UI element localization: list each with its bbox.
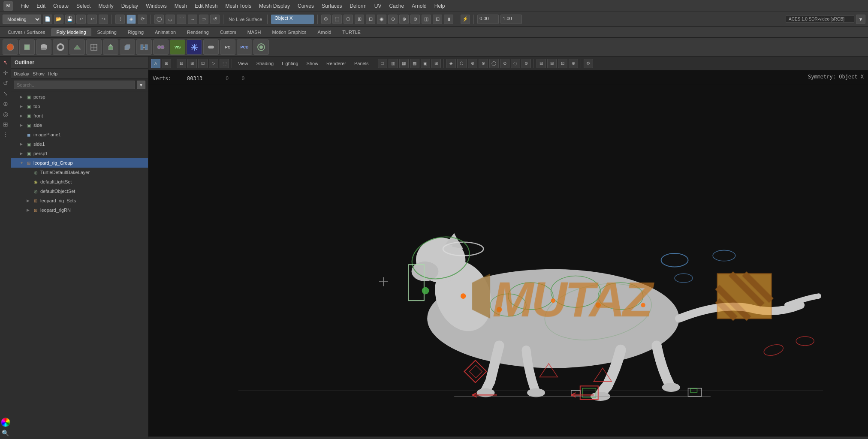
lasso4-btn[interactable]: ⌣ (188, 15, 197, 24)
outliner-item-side[interactable]: ▶ ▣ side (11, 120, 148, 130)
rotate-tool-icon[interactable]: ↺ (1, 79, 10, 87)
vp-shade3[interactable]: ▦ (399, 59, 409, 68)
shelf-icon-extra[interactable] (253, 39, 269, 55)
undo-btn[interactable]: ↩ (76, 15, 86, 24)
shelf-icon-extrude[interactable] (103, 39, 118, 55)
tab-mash[interactable]: MASH (242, 28, 266, 36)
lasso2-btn[interactable]: ◡ (166, 15, 175, 24)
icon-i[interactable]: ⊘ (410, 15, 420, 24)
menu-deform[interactable]: Deform (346, 2, 370, 10)
menu-select[interactable]: Select (73, 2, 94, 10)
outliner-item-persp1[interactable]: ▶ ▣ persp1 (11, 149, 148, 158)
vp-menu-show[interactable]: Show (303, 60, 322, 67)
mode-dropdown[interactable]: Modeling (3, 15, 41, 24)
menu-surfaces[interactable]: Surfaces (318, 2, 345, 10)
icon-k[interactable]: ⊡ (433, 15, 442, 24)
lasso3-btn[interactable]: ⌒ (177, 15, 186, 24)
outliner-item-rign[interactable]: ▶ ⊞ leopard_rigRN (11, 205, 148, 215)
vp-more5[interactable]: ⚙ (584, 59, 593, 68)
tab-turtle[interactable]: TURTLE (337, 28, 366, 36)
outliner-menu-help[interactable]: Help (48, 71, 58, 76)
icon-d[interactable]: ⊞ (355, 15, 364, 24)
shelf-icon-bridge[interactable] (136, 39, 152, 55)
select2-btn[interactable]: ◈ (127, 15, 136, 24)
val1-input[interactable]: 0.00 (477, 15, 499, 24)
outliner-search-input[interactable] (14, 81, 135, 89)
outliner-item-turtle[interactable]: ◎ TurtleDefaultBakeLayer (11, 168, 148, 177)
search-arrow-btn[interactable]: ▼ (137, 81, 145, 89)
shelf-icon-pc[interactable]: PC (220, 39, 235, 55)
search-icon[interactable]: 🔍 (1, 429, 10, 437)
vp-icon3[interactable]: ⊡ (198, 59, 208, 68)
shelf-icon-plane[interactable] (69, 39, 85, 55)
select-tool-icon[interactable]: ↖ (1, 58, 10, 67)
menu-windows[interactable]: Windows (142, 2, 170, 10)
shelf-icon-bevel[interactable] (120, 39, 135, 55)
vp-more1[interactable]: ⊟ (536, 59, 546, 68)
vp-menu-lighting[interactable]: Lighting (278, 60, 302, 67)
tab-rigging[interactable]: Rigging (123, 28, 149, 36)
icon-f[interactable]: ◉ (377, 15, 386, 24)
outliner-item-persp[interactable]: ▶ ▣ persp (11, 92, 148, 102)
menu-help[interactable]: Help (431, 2, 449, 10)
3d-viewport[interactable]: MUTAZ (148, 70, 868, 436)
lasso6-btn[interactable]: ↺ (210, 15, 220, 24)
vp-wire7[interactable]: ◌ (511, 59, 520, 68)
shelf-icon-smooth[interactable] (203, 39, 219, 55)
outliner-item-objectset[interactable]: ◎ defaultObjectSet (11, 186, 148, 196)
vp-wire6[interactable]: ⊙ (500, 59, 509, 68)
val2-input[interactable]: 1.00 (500, 15, 522, 24)
redo-btn[interactable]: ↪ (99, 15, 108, 24)
move-tool-icon[interactable]: ✛ (1, 69, 10, 77)
outliner-item-side1[interactable]: ▶ ▣ side1 (11, 139, 148, 149)
lasso5-btn[interactable]: ⊃ (199, 15, 208, 24)
vp-menu-panels[interactable]: Panels (351, 60, 372, 67)
outliner-menu-display[interactable]: Display (14, 71, 29, 76)
vp-shade1[interactable]: □ (378, 59, 387, 68)
transform-btn[interactable]: ⟳ (138, 15, 147, 24)
outliner-item-leopard-group[interactable]: ▼ ⊞ leopard_rig_Group (11, 158, 148, 168)
tab-animation[interactable]: Animation (150, 28, 181, 36)
new-scene-btn[interactable]: 📄 (43, 15, 52, 24)
open-btn[interactable]: 📂 (54, 15, 63, 24)
vp-shade4[interactable]: ▩ (410, 59, 419, 68)
menu-mesh-display[interactable]: Mesh Display (256, 2, 293, 10)
outliner-item-imageplane[interactable]: ◼ imagePlane1 (11, 130, 148, 139)
shelf-icon-subdiv[interactable] (86, 39, 102, 55)
outliner-item-front[interactable]: ▶ ▣ front (11, 111, 148, 120)
vp-wire2[interactable]: ⬡ (457, 59, 467, 68)
tab-rendering[interactable]: Rendering (182, 28, 214, 36)
outliner-item-lightset[interactable]: ◉ defaultLightSet (11, 177, 148, 186)
vp-menu-shading[interactable]: Shading (253, 60, 277, 67)
menu-uv[interactable]: UV (371, 2, 385, 10)
vp-wire8[interactable]: ⊚ (521, 59, 531, 68)
shelf-icon-merge[interactable] (153, 39, 169, 55)
show-manip-icon[interactable]: ⊞ (1, 120, 10, 129)
tab-arnold[interactable]: Arnold (313, 28, 337, 36)
vp-icon4[interactable]: ▷ (209, 59, 218, 68)
icon-h[interactable]: ⊗ (399, 15, 409, 24)
menu-modify[interactable]: Modify (95, 2, 117, 10)
vp-icon5[interactable]: ⬚ (220, 59, 229, 68)
vp-wire1[interactable]: ◈ (446, 59, 456, 68)
vp-icon2[interactable]: ⊞ (187, 59, 197, 68)
menu-mesh[interactable]: Mesh (171, 2, 190, 10)
tab-curves-surfaces[interactable]: Curves / Surfaces (3, 28, 50, 36)
icon-g[interactable]: ⊕ (388, 15, 398, 24)
outliner-item-top[interactable]: ▶ ▣ top (11, 102, 148, 111)
icon-b[interactable]: ⬚ (332, 15, 342, 24)
rigging-btn[interactable]: ⚡ (461, 15, 470, 24)
tab-sculpting[interactable]: Sculpting (92, 28, 122, 36)
shelf-icon-xray[interactable] (187, 39, 202, 55)
shelf-icon-cylinder[interactable] (36, 39, 51, 55)
tab-poly-modeling[interactable]: Poly Modeling (51, 28, 91, 36)
icon-j[interactable]: ◫ (422, 15, 431, 24)
vp-icon1[interactable]: ⊟ (177, 59, 186, 68)
undo2-btn[interactable]: ↩ (87, 15, 97, 24)
tab-motion-graphics[interactable]: Motion Graphics (267, 28, 311, 36)
vp-wire3[interactable]: ⊕ (468, 59, 477, 68)
icon-a[interactable]: ⚙ (321, 15, 331, 24)
object-field[interactable]: Object X (271, 15, 314, 24)
vp-wire5[interactable]: ◯ (489, 59, 499, 68)
vp-more3[interactable]: ⊡ (558, 59, 567, 68)
